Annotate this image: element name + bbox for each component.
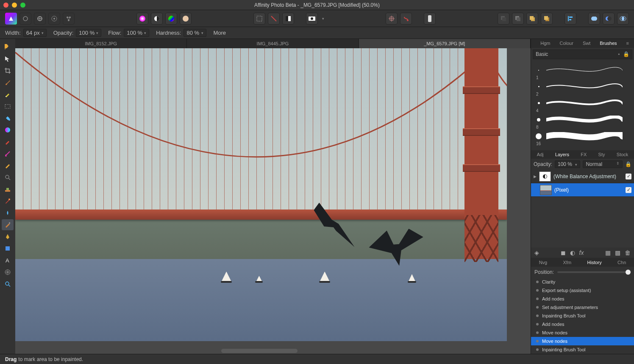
- delete-layer-icon[interactable]: 🗑: [625, 249, 631, 256]
- history-item[interactable]: Export setup (assistant): [531, 286, 634, 295]
- force-pixel-alignment-button[interactable]: [400, 13, 412, 25]
- quick-mask-button[interactable]: [306, 13, 318, 25]
- subtract-button[interactable]: [603, 13, 615, 25]
- hardness-value[interactable]: 80 %▾: [184, 29, 206, 37]
- layer-row[interactable]: (Pixel)✓: [531, 183, 634, 197]
- healing-tool[interactable]: [2, 196, 14, 207]
- split-view-button[interactable]: [151, 13, 163, 25]
- tab-navigator[interactable]: Nvg: [537, 260, 550, 265]
- history-item[interactable]: Add nodes: [531, 295, 634, 303]
- intersect-button[interactable]: [617, 13, 629, 25]
- document-tabs: IMG_8152.JPGIMG_8445.JPG_MG_6579.JPG [M]: [15, 39, 531, 48]
- snapping-button[interactable]: [386, 13, 398, 25]
- layer-row[interactable]: ▶(White Balance Adjustment)✓: [531, 170, 634, 183]
- text-tool[interactable]: A: [2, 255, 14, 266]
- tab-transform[interactable]: Xfm: [561, 260, 574, 265]
- develop-persona-button[interactable]: [34, 13, 46, 25]
- tone-button[interactable]: [180, 13, 192, 25]
- width-value[interactable]: 64 px▾: [23, 29, 47, 37]
- tab-fx[interactable]: FX: [578, 152, 589, 157]
- mesh-tool[interactable]: [2, 267, 14, 278]
- window-close-button[interactable]: [3, 3, 8, 8]
- liquify-persona-button[interactable]: [19, 13, 31, 25]
- inpainting-brush-tool[interactable]: [2, 219, 14, 230]
- more-button[interactable]: More: [213, 30, 226, 36]
- fx-icon[interactable]: fx: [579, 249, 584, 256]
- tab-histogram[interactable]: Hgm: [538, 41, 553, 46]
- layer-opacity-value[interactable]: 100 % ▾: [555, 160, 580, 168]
- color-wheel-button[interactable]: [136, 13, 148, 25]
- arrange-front-button[interactable]: [541, 13, 553, 25]
- blend-mode-select[interactable]: Normal⇕: [583, 160, 623, 168]
- dropdown-caret-icon[interactable]: ▾: [322, 17, 324, 21]
- history-item[interactable]: Inpainting Brush Tool: [531, 312, 634, 320]
- mask-icon[interactable]: ◼: [561, 249, 566, 256]
- assistant-button[interactable]: [424, 13, 436, 25]
- opacity-value[interactable]: 100 %▾: [76, 29, 101, 37]
- history-item[interactable]: Inpainting Brush Tool: [531, 345, 634, 354]
- view-tool[interactable]: [2, 41, 14, 52]
- history-item[interactable]: Move nodes: [531, 337, 634, 345]
- arrange-backward-button[interactable]: [512, 13, 524, 25]
- history-item[interactable]: Set adjustment parameters: [531, 303, 634, 312]
- tab-brushes[interactable]: Brushes: [597, 41, 619, 46]
- window-minimize-button[interactable]: [12, 3, 17, 8]
- canvas-area[interactable]: [15, 48, 531, 354]
- tab-channels[interactable]: Chn: [615, 260, 628, 265]
- pen-tool[interactable]: [2, 231, 14, 242]
- svg-point-39: [5, 155, 7, 157]
- arrange-forward-button[interactable]: [526, 13, 538, 25]
- refine-selection-button[interactable]: [282, 13, 294, 25]
- rectangle-tool[interactable]: [2, 243, 14, 254]
- clone-tool[interactable]: [2, 148, 14, 159]
- tab-styles[interactable]: Sty: [596, 152, 608, 157]
- marquee-tool[interactable]: [2, 101, 14, 112]
- document-tab[interactable]: _MG_6579.JPG [M]: [359, 39, 531, 48]
- layer-blend-icon[interactable]: ◈: [534, 249, 539, 256]
- history-item[interactable]: Move nodes: [531, 328, 634, 337]
- smudge-tool[interactable]: [2, 207, 14, 218]
- tab-adjustments[interactable]: Adj: [534, 152, 546, 157]
- erase-tool[interactable]: [2, 136, 14, 147]
- adjustment-icon[interactable]: ◐: [570, 249, 575, 256]
- window-zoom-button[interactable]: [20, 3, 25, 8]
- document-tab[interactable]: IMG_8152.JPG: [15, 39, 187, 48]
- photo-persona-button[interactable]: [5, 13, 17, 25]
- align-button[interactable]: [564, 13, 576, 25]
- history-item[interactable]: Add nodes: [531, 320, 634, 328]
- crop-tool[interactable]: [2, 65, 14, 76]
- selection-invert-button[interactable]: [268, 13, 280, 25]
- zoom-tool[interactable]: [2, 279, 14, 290]
- tab-layers[interactable]: Layers: [553, 152, 572, 157]
- dodge-tool[interactable]: [2, 184, 14, 195]
- color-replacement-tool[interactable]: [2, 89, 14, 100]
- document-tab[interactable]: IMG_8445.JPG: [187, 39, 359, 48]
- color-chooser-button[interactable]: [165, 13, 177, 25]
- add-button[interactable]: [588, 13, 600, 25]
- brush-category-select[interactable]: Basic ⦁🔒: [533, 50, 632, 59]
- horizontal-scrollbar[interactable]: [221, 349, 298, 353]
- tab-swatches[interactable]: Swt: [580, 41, 593, 46]
- flow-value[interactable]: 100 %▾: [124, 29, 149, 37]
- lock-icon[interactable]: 🔒: [625, 161, 631, 167]
- tab-colour[interactable]: Colour: [557, 41, 576, 46]
- tab-history[interactable]: History: [585, 260, 604, 265]
- move-tool[interactable]: [2, 53, 14, 64]
- add-layer-icon[interactable]: ▦: [605, 249, 611, 256]
- document-canvas[interactable]: [15, 48, 507, 341]
- paint-brush-tool[interactable]: [2, 77, 14, 88]
- pencil-tool[interactable]: [2, 160, 14, 171]
- arrange-back-button[interactable]: [498, 13, 509, 25]
- history-position-slider[interactable]: [557, 271, 631, 273]
- gradient-tool[interactable]: [2, 124, 14, 135]
- export-persona-button[interactable]: [63, 13, 75, 25]
- zoom-blur-tool[interactable]: [2, 172, 14, 183]
- panel-menu-icon[interactable]: ≡: [624, 41, 631, 46]
- tab-stock[interactable]: Stock: [614, 152, 631, 157]
- selection-marquee-button[interactable]: [253, 13, 265, 25]
- flood-fill-tool[interactable]: [2, 113, 14, 124]
- add-pixel-layer-icon[interactable]: ▩: [615, 249, 620, 256]
- history-item[interactable]: Clarity: [531, 278, 634, 286]
- tone-mapping-persona-button[interactable]: [48, 13, 60, 25]
- svg-rect-11: [257, 16, 262, 21]
